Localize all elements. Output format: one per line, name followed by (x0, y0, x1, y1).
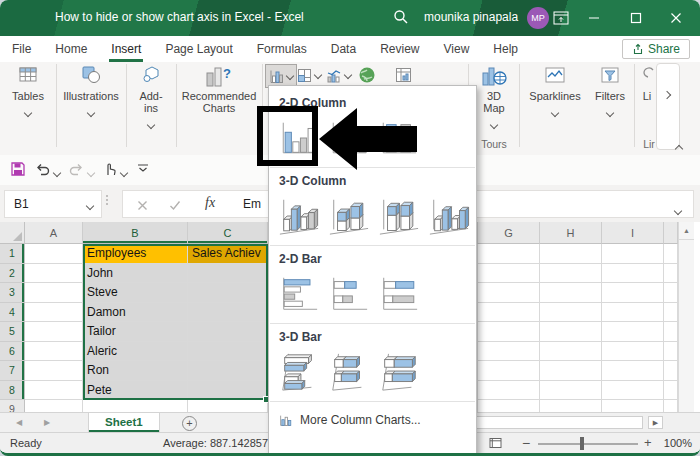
row-header-4[interactable]: 4 (0, 303, 25, 323)
maps-button[interactable] (355, 64, 379, 86)
chart-type-stacked-bar-3d[interactable] (326, 348, 372, 395)
cell-C8[interactable] (188, 381, 268, 401)
links-button[interactable]: Li (637, 65, 657, 102)
cell-B1[interactable]: Employees (83, 244, 188, 264)
cell[interactable] (664, 303, 678, 323)
cell-G5[interactable] (478, 322, 540, 342)
zoom-slider-track[interactable] (538, 443, 638, 445)
cell-I2[interactable] (602, 264, 664, 284)
cell-C1[interactable]: Sales Achiev (188, 244, 268, 264)
column-header-i[interactable]: I (602, 222, 664, 244)
cell-G2[interactable] (478, 264, 540, 284)
cell-G9[interactable] (478, 400, 540, 412)
cell-A7[interactable] (25, 361, 83, 381)
cell-A4[interactable] (25, 303, 83, 323)
cancel-icon[interactable] (137, 197, 148, 215)
cell-H5[interactable] (540, 322, 602, 342)
cell-G1[interactable] (478, 244, 540, 264)
cell-H2[interactable] (540, 264, 602, 284)
cell-C2[interactable] (188, 264, 268, 284)
cell-I3[interactable] (602, 283, 664, 303)
ribbon-scroll-strip[interactable] (656, 63, 680, 150)
column-header-hidden[interactable] (664, 222, 678, 244)
cell-B7[interactable]: Ron (83, 361, 188, 381)
column-header-h[interactable]: H (540, 222, 602, 244)
account-name[interactable]: mounika pinapala (424, 10, 518, 24)
cell-A6[interactable] (25, 342, 83, 362)
chart-type-stacked-100-bar-3d[interactable] (376, 348, 422, 395)
cell-A8[interactable] (25, 381, 83, 401)
cell[interactable] (664, 342, 678, 362)
ribbon-display-options-icon[interactable] (551, 8, 571, 28)
cell-A9[interactable] (25, 400, 83, 412)
cell[interactable] (664, 381, 678, 401)
cell-B2[interactable]: John (83, 264, 188, 284)
cell-G4[interactable] (478, 303, 540, 323)
cell-I1[interactable] (602, 244, 664, 264)
collapse-ribbon-button[interactable] (676, 138, 682, 156)
tables-button[interactable]: Tables (2, 65, 54, 120)
pivot-chart-button[interactable] (392, 64, 415, 86)
cell-I4[interactable] (602, 303, 664, 323)
name-box[interactable]: B1 (4, 190, 102, 218)
chart-type-stacked-bar[interactable] (326, 270, 372, 317)
redo-icon[interactable] (68, 161, 85, 181)
cell[interactable] (664, 244, 678, 264)
zoom-level[interactable]: 100% (658, 437, 692, 449)
tab-insert[interactable]: Insert (109, 36, 143, 62)
sparklines-button[interactable]: Sparklines (524, 65, 586, 120)
page-layout-view-icon[interactable] (488, 436, 503, 452)
cell-H4[interactable] (540, 303, 602, 323)
column-header-b[interactable]: B (83, 222, 188, 244)
cell[interactable] (664, 400, 678, 412)
chart-type-clustered-column-3d[interactable] (276, 192, 322, 239)
row-header-9[interactable]: 9 (0, 400, 25, 412)
cell-I6[interactable] (602, 342, 664, 362)
avatar[interactable]: MP (527, 7, 549, 29)
filters-button[interactable]: Filters (588, 65, 632, 120)
cell-G3[interactable] (478, 283, 540, 303)
undo-icon[interactable] (34, 161, 51, 181)
insert-hierarchy-chart-button[interactable] (294, 64, 324, 86)
formula-bar-resize-handle[interactable] (106, 195, 108, 205)
tab-view[interactable]: View (442, 36, 472, 62)
horizontal-scrollbar[interactable] (455, 416, 643, 429)
row-header-3[interactable]: 3 (0, 283, 25, 303)
insert-function-icon[interactable]: fx (205, 195, 215, 211)
cell-H8[interactable] (540, 381, 602, 401)
cell-B3[interactable]: Steve (83, 283, 188, 303)
row-header-7[interactable]: 7 (0, 361, 25, 381)
more-column-charts-item[interactable]: More Column Charts... (269, 405, 476, 427)
touch-mode-icon[interactable] (102, 161, 118, 181)
cell-A2[interactable] (25, 264, 83, 284)
cell-A1[interactable] (25, 244, 83, 264)
row-header-6[interactable]: 6 (0, 342, 25, 362)
cell-B5[interactable]: Tailor (83, 322, 188, 342)
chart-type-clustered-bar-3d[interactable] (276, 348, 322, 395)
cell-C7[interactable] (188, 361, 268, 381)
enter-icon[interactable] (169, 197, 181, 215)
chart-type-column-3d[interactable] (426, 192, 472, 239)
cell-G6[interactable] (478, 342, 540, 362)
cell[interactable] (664, 322, 678, 342)
row-header-8[interactable]: 8 (0, 381, 25, 401)
recommended-charts-button[interactable]: ? Recommended Charts (178, 65, 260, 114)
cell-B9[interactable] (83, 400, 188, 412)
sheet-tab-sheet1[interactable]: Sheet1 (88, 413, 160, 432)
cell-G7[interactable] (478, 361, 540, 381)
illustrations-button[interactable]: Illustrations (58, 65, 124, 120)
cell-B4[interactable]: Damon (83, 303, 188, 323)
cell-I8[interactable] (602, 381, 664, 401)
vertical-scrollbar[interactable]: ▲ (678, 222, 694, 412)
customize-quick-access-icon[interactable] (137, 161, 149, 179)
cell-I9[interactable] (602, 400, 664, 412)
maximize-icon[interactable] (626, 8, 646, 28)
cell-A5[interactable] (25, 322, 83, 342)
cell-B6[interactable]: Aleric (83, 342, 188, 362)
zoom-in-icon[interactable]: + (644, 435, 652, 450)
close-icon[interactable] (666, 8, 686, 28)
zoom-out-icon[interactable]: − (522, 435, 530, 451)
minimize-icon[interactable] (584, 8, 604, 28)
row-header-2[interactable]: 2 (0, 264, 25, 284)
tab-home[interactable]: Home (53, 36, 89, 62)
